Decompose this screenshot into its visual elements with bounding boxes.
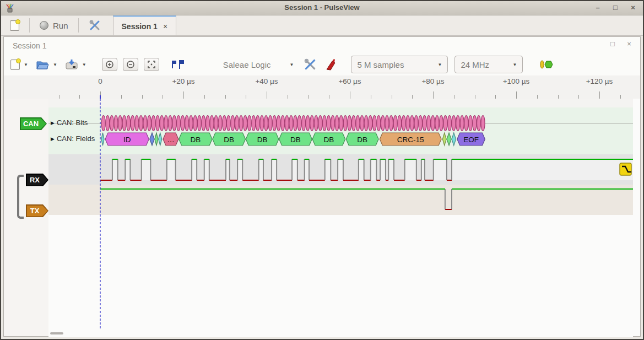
chevron-down-icon: ▼: [438, 62, 442, 67]
zoom-in-icon: [105, 60, 114, 69]
channels-button[interactable]: [324, 58, 337, 71]
trace-view: CAN RX TX ID…DBDBDBDBDBDBCRC-15EOF ▶ CAN…: [4, 99, 640, 336]
ruler-minor-tick: [392, 95, 392, 99]
ruler-minor-tick: [371, 95, 371, 99]
toolbar-separator: [78, 18, 79, 33]
dock-close-button[interactable]: ×: [625, 40, 634, 48]
tab-session-1[interactable]: Session 1 ×: [113, 15, 177, 35]
device-selector[interactable]: Saleae Logic: [223, 60, 271, 69]
probe-icon: [324, 58, 337, 71]
pulseview-window: Session 1 - PulseView – □ × Run Session …: [0, 0, 644, 340]
chevron-down-icon[interactable]: ▼: [24, 62, 28, 67]
ruler-major-tick: [516, 91, 517, 99]
toolbar-separator: [29, 18, 30, 33]
minimize-button[interactable]: –: [593, 2, 602, 12]
close-button[interactable]: ×: [629, 2, 637, 12]
save-icon: [65, 58, 78, 71]
chevron-down-icon[interactable]: ▼: [53, 62, 57, 67]
dock-float-button[interactable]: □: [608, 40, 617, 48]
trace-sidebar: CAN RX TX: [4, 99, 48, 336]
trigger-flags-icon: [170, 59, 185, 70]
dock-title: Session 1: [13, 41, 46, 50]
ruler-minor-tick: [558, 95, 559, 99]
ruler-minor-tick: [454, 95, 454, 99]
ruler-minor-tick: [475, 95, 475, 99]
channel-group-bracket: [17, 175, 24, 219]
ruler-minor-tick: [412, 95, 413, 99]
ruler-tick-label: +120 µs: [586, 77, 613, 85]
ruler-minor-tick: [578, 95, 579, 99]
tab-close-icon[interactable]: ×: [163, 22, 167, 31]
ruler-major-tick: [433, 91, 434, 99]
svg-text:DB: DB: [357, 136, 367, 144]
new-session-button[interactable]: [6, 19, 24, 33]
chevron-down-icon: ▼: [513, 62, 517, 67]
trigger-flags-button[interactable]: [170, 59, 185, 70]
ruler-minor-tick: [121, 95, 122, 99]
ruler-minor-tick: [142, 95, 143, 99]
add-decoder-button[interactable]: [538, 60, 554, 69]
run-button[interactable]: Run: [35, 19, 73, 32]
dock-header: Session 1 □ ×: [4, 37, 640, 53]
svg-text:EOF: EOF: [463, 136, 479, 144]
ruler-tick-label: +60 µs: [338, 77, 361, 85]
window-title: Session 1 - PulseView: [1, 3, 643, 12]
ruler-minor-tick: [204, 95, 205, 99]
ruler-major-tick: [267, 91, 267, 99]
device-config-button[interactable]: [304, 58, 317, 71]
tab-label: Session 1: [122, 22, 158, 31]
svg-text:DB: DB: [191, 136, 201, 144]
titlebar: Session 1 - PulseView – □ ×: [1, 1, 643, 15]
ruler-minor-tick: [309, 95, 309, 99]
ruler-minor-tick: [537, 95, 538, 99]
ruler-minor-tick: [246, 95, 246, 99]
run-icon: [40, 21, 48, 30]
trace-plot: ID…DBDBDBDBDBDBCRC-15EOF: [48, 99, 633, 337]
main-toolbar: Run Session 1 ×: [1, 15, 643, 36]
zoom-out-button[interactable]: [123, 58, 138, 71]
plot-area[interactable]: ID…DBDBDBDBDBDBCRC-15EOF ▶ CAN: Bits ▶ C…: [48, 99, 633, 337]
ruler-minor-tick: [163, 95, 163, 99]
svg-text:DB: DB: [290, 136, 301, 144]
ruler-minor-tick: [495, 95, 496, 99]
ruler-major-tick: [183, 91, 184, 99]
expander-icon[interactable]: ▶: [51, 136, 55, 142]
maximize-button[interactable]: □: [611, 2, 620, 12]
sample-count-select[interactable]: 5 M samples ▼: [351, 56, 448, 73]
new-session-icon: [10, 20, 19, 31]
save-button[interactable]: ▼: [65, 58, 86, 71]
time-ruler: 0+20 µs+40 µs+60 µs+80 µs+100 µs+120 µs: [4, 75, 640, 99]
decoder-tag-can[interactable]: CAN: [20, 117, 47, 130]
sample-rate-select[interactable]: 24 MHz ▼: [454, 56, 523, 73]
decoder-row-fields[interactable]: ▶ CAN: Fields: [51, 134, 95, 143]
session-dock: Session 1 □ × ▼ ▼: [3, 36, 641, 337]
zoom-in-button[interactable]: [102, 58, 117, 71]
ruler-tick-label: +80 µs: [421, 77, 444, 85]
settings-icon: [89, 19, 101, 31]
trigger-marker[interactable]: [620, 163, 631, 175]
chevron-down-icon[interactable]: ▼: [290, 62, 294, 67]
zoom-fit-button[interactable]: [144, 58, 159, 71]
horizontal-scrollbar-thumb[interactable]: [50, 332, 63, 334]
new-file-button[interactable]: ▼: [10, 60, 28, 70]
ruler-tick-label: +40 µs: [255, 77, 278, 85]
svg-text:DB: DB: [323, 136, 334, 144]
svg-text:DB: DB: [257, 136, 268, 144]
decoder-row-bits[interactable]: ▶ CAN: Bits: [51, 118, 88, 127]
ruler-tick-label: +20 µs: [172, 77, 194, 85]
run-label: Run: [53, 21, 68, 30]
svg-text:DB: DB: [224, 136, 234, 144]
settings-button[interactable]: [84, 18, 105, 33]
ruler-minor-tick: [288, 95, 288, 99]
sample-rate-value: 24 MHz: [461, 60, 489, 69]
channel-tag-tx[interactable]: TX: [26, 204, 48, 217]
ruler-minor-tick: [225, 95, 226, 99]
ruler-minor-tick: [59, 95, 59, 99]
channel-tag-rx[interactable]: RX: [26, 174, 48, 186]
zoom-out-icon: [126, 60, 135, 69]
expander-icon[interactable]: ▶: [51, 120, 55, 126]
ruler-minor-tick: [620, 95, 621, 99]
open-button[interactable]: ▼: [36, 59, 57, 70]
ruler-minor-tick: [79, 95, 80, 99]
chevron-down-icon[interactable]: ▼: [82, 62, 86, 67]
